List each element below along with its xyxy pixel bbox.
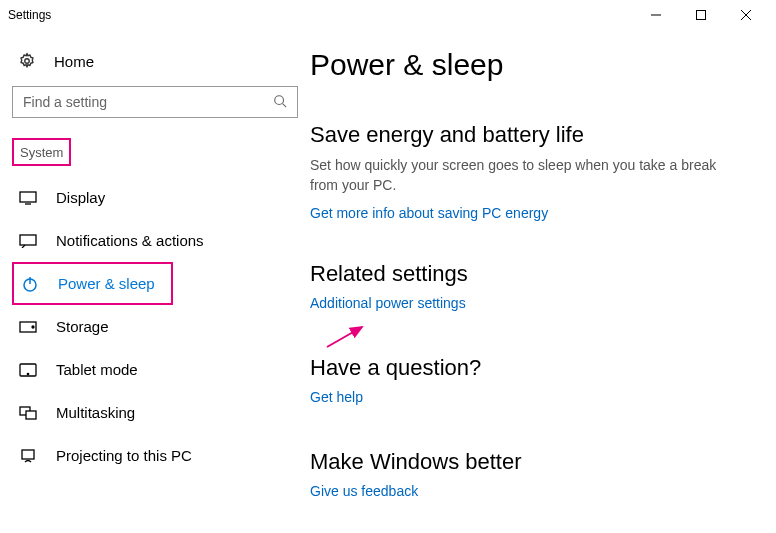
multitasking-icon xyxy=(18,406,38,420)
section-better: Make Windows better Give us feedback xyxy=(310,449,746,499)
svg-rect-18 xyxy=(22,450,34,459)
titlebar: Settings xyxy=(0,0,776,30)
svg-point-5 xyxy=(275,95,284,104)
svg-rect-1 xyxy=(696,11,705,20)
section-question: Have a question? Get help xyxy=(310,355,746,405)
annotation-highlight-category: System xyxy=(12,138,71,166)
energy-heading: Save energy and battery life xyxy=(310,122,746,148)
search-icon xyxy=(273,94,287,111)
projecting-icon xyxy=(18,449,38,463)
close-button[interactable] xyxy=(723,0,768,30)
svg-point-4 xyxy=(25,59,30,64)
svg-rect-7 xyxy=(20,192,36,202)
minimize-button[interactable] xyxy=(633,0,678,30)
svg-rect-17 xyxy=(26,411,36,419)
annotation-highlight-power: Power & sleep xyxy=(12,262,173,305)
energy-desc: Set how quickly your screen goes to slee… xyxy=(310,156,746,195)
question-heading: Have a question? xyxy=(310,355,746,381)
search-placeholder: Find a setting xyxy=(23,94,273,110)
sidebar-item-display[interactable]: Display xyxy=(12,176,298,219)
feedback-link[interactable]: Give us feedback xyxy=(310,483,418,499)
svg-rect-9 xyxy=(20,235,36,245)
energy-link[interactable]: Get more info about saving PC energy xyxy=(310,205,548,221)
home-link[interactable]: Home xyxy=(12,40,298,86)
sidebar-item-projecting[interactable]: Projecting to this PC xyxy=(12,434,298,477)
tablet-icon xyxy=(18,363,38,377)
section-energy: Save energy and battery life Set how qui… xyxy=(310,122,746,221)
nav-label: Tablet mode xyxy=(56,361,138,378)
sidebar: Home Find a setting System Display xyxy=(0,30,310,533)
home-label: Home xyxy=(54,53,94,70)
svg-point-15 xyxy=(27,373,28,374)
nav-label: Notifications & actions xyxy=(56,232,204,249)
page-title: Power & sleep xyxy=(310,48,746,82)
related-heading: Related settings xyxy=(310,261,746,287)
svg-point-13 xyxy=(32,326,34,328)
category-label: System xyxy=(20,145,63,160)
nav-label: Projecting to this PC xyxy=(56,447,192,464)
nav-label: Power & sleep xyxy=(58,275,155,292)
window-title: Settings xyxy=(8,8,633,22)
search-input[interactable]: Find a setting xyxy=(12,86,298,118)
nav-label: Display xyxy=(56,189,105,206)
main-content: Power & sleep Save energy and battery li… xyxy=(310,30,776,533)
sidebar-item-storage[interactable]: Storage xyxy=(12,305,298,348)
maximize-button[interactable] xyxy=(678,0,723,30)
section-related: Related settings Additional power settin… xyxy=(310,261,746,311)
nav-label: Multitasking xyxy=(56,404,135,421)
storage-icon xyxy=(18,321,38,333)
sidebar-item-power-sleep[interactable]: Power & sleep xyxy=(14,264,161,303)
display-icon xyxy=(18,191,38,205)
nav-label: Storage xyxy=(56,318,109,335)
power-icon xyxy=(20,276,40,292)
better-heading: Make Windows better xyxy=(310,449,746,475)
gear-icon xyxy=(18,52,36,70)
svg-line-6 xyxy=(283,103,287,107)
sidebar-item-notifications[interactable]: Notifications & actions xyxy=(12,219,298,262)
additional-power-settings-link[interactable]: Additional power settings xyxy=(310,295,466,311)
notifications-icon xyxy=(18,234,38,248)
sidebar-item-multitasking[interactable]: Multitasking xyxy=(12,391,298,434)
sidebar-item-tablet[interactable]: Tablet mode xyxy=(12,348,298,391)
get-help-link[interactable]: Get help xyxy=(310,389,363,405)
window-controls xyxy=(633,0,768,30)
